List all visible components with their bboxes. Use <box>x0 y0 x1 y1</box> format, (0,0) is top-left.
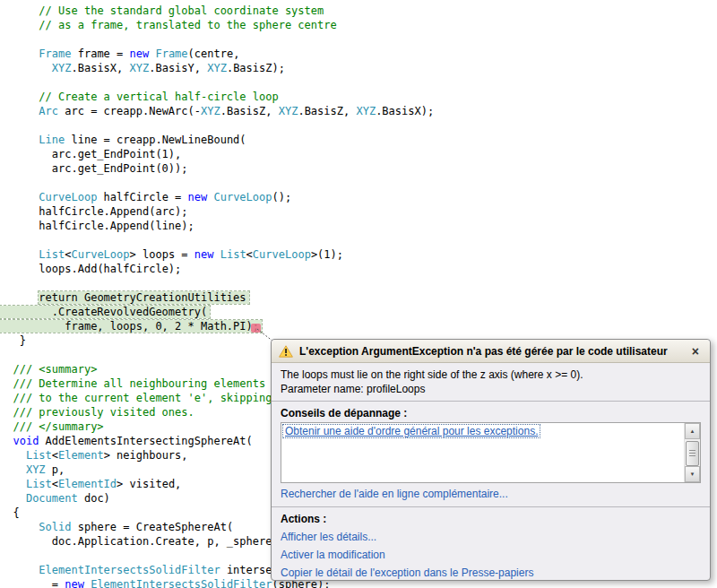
code-line: // as a frame, translated to the sphere … <box>0 18 434 32</box>
dialog-header: L'exception ArgumentException n'a pas ét… <box>272 340 710 363</box>
troubleshooting-tip-link[interactable]: Obtenir une aide d'ordre général pour le… <box>283 425 540 437</box>
code-line: XYZ.BasisX, XYZ.BasisY, XYZ.BasisZ); <box>0 61 434 75</box>
close-icon[interactable]: × <box>688 345 703 358</box>
exception-dialog: L'exception ArgumentException n'a pas ét… <box>271 339 711 581</box>
code-line <box>0 118 434 133</box>
search-online-help-link[interactable]: Rechercher de l'aide en ligne complément… <box>281 488 701 500</box>
warning-icon <box>279 345 293 358</box>
code-line: return GeometryCreationUtilities <box>0 290 434 305</box>
highlighted-statement: .CreateRevolvedGeometry( <box>0 306 210 318</box>
code-line: Line line = creapp.NewLineBound( <box>0 133 434 147</box>
troubleshooting-label: Conseils de dépannage : <box>281 407 701 419</box>
code-line <box>0 176 434 190</box>
scroll-up-icon[interactable]: ▲ <box>685 423 700 439</box>
tips-scrollbar[interactable]: ▲ ▼ <box>684 423 700 482</box>
code-line: Arc arc = creapp.NewArc(-XYZ.BasisZ, XYZ… <box>0 104 434 118</box>
scrollbar-grip <box>689 450 695 457</box>
separator <box>272 506 710 507</box>
scrollbar-track[interactable] <box>685 439 700 466</box>
show-details-link[interactable]: Afficher les détails... <box>281 531 701 543</box>
scrollbar-thumb[interactable] <box>686 441 699 466</box>
code-line <box>0 276 434 290</box>
code-line: arc.get_EndPoint(0)); <box>0 161 434 176</box>
actions-label: Actions : <box>281 513 701 525</box>
code-line: frame, loops, 0, 2 * Math.PI); <box>0 319 434 333</box>
code-line: halfCircle.Append(arc); <box>0 204 434 219</box>
highlighted-statement: frame, loops, 0, 2 * Math.PI); <box>0 320 262 333</box>
highlighted-statement: return GeometryCreationUtilities <box>39 291 248 304</box>
code-line: Frame frame = new Frame(centre, <box>0 47 434 61</box>
code-line: loops.Add(halfCircle); <box>0 262 434 276</box>
copy-exception-detail-link[interactable]: Copier le détail de l'exception dans le … <box>281 566 701 579</box>
code-line <box>0 233 434 247</box>
exception-message-line2: Parameter name: profileLoops <box>281 382 701 396</box>
troubleshooting-tips-box: Obtenir une aide d'ordre général pour le… <box>281 422 701 483</box>
code-line: .CreateRevolvedGeometry( <box>0 305 434 319</box>
dialog-title: L'exception ArgumentException n'a pas ét… <box>299 345 668 358</box>
code-line <box>0 32 434 47</box>
code-line: // Create a vertical half-circle loop <box>0 90 434 104</box>
exception-message-line1: The loops must lie on the right side of … <box>281 368 701 382</box>
code-line: halfCircle.Append(line); <box>0 219 434 233</box>
code-line: // Use the standard global coordinate sy… <box>0 4 434 18</box>
exception-message: The loops must lie on the right side of … <box>272 363 710 402</box>
code-line: CurveLoop halfCircle = new CurveLoop(); <box>0 190 434 204</box>
enable-editing-link[interactable]: Activer la modification <box>281 549 701 561</box>
code-line: arc.get_EndPoint(1), <box>0 147 434 161</box>
code-line <box>0 75 434 90</box>
scroll-down-icon[interactable]: ▼ <box>685 466 700 482</box>
code-line: List<CurveLoop> loops = new List<CurveLo… <box>0 247 434 262</box>
